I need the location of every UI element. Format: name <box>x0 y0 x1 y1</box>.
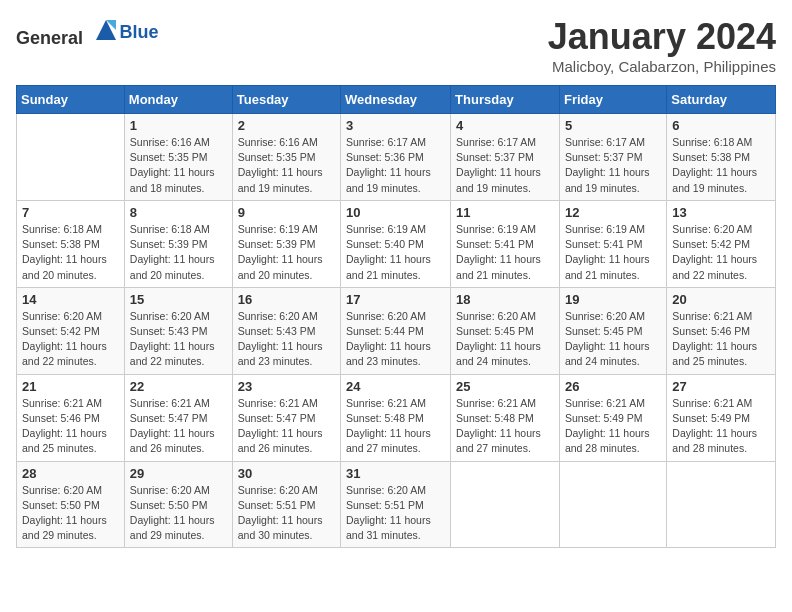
table-row: 8 Sunrise: 6:18 AMSunset: 5:39 PMDayligh… <box>124 200 232 287</box>
calendar-week-row: 21 Sunrise: 6:21 AMSunset: 5:46 PMDaylig… <box>17 374 776 461</box>
table-row: 15 Sunrise: 6:20 AMSunset: 5:43 PMDaylig… <box>124 287 232 374</box>
day-info: Sunrise: 6:20 AMSunset: 5:51 PMDaylight:… <box>346 483 445 544</box>
day-number: 21 <box>22 379 119 394</box>
table-row: 30 Sunrise: 6:20 AMSunset: 5:51 PMDaylig… <box>232 461 340 548</box>
day-info: Sunrise: 6:20 AMSunset: 5:43 PMDaylight:… <box>130 309 227 370</box>
day-number: 29 <box>130 466 227 481</box>
table-row <box>559 461 666 548</box>
col-sunday: Sunday <box>17 86 125 114</box>
day-info: Sunrise: 6:21 AMSunset: 5:48 PMDaylight:… <box>456 396 554 457</box>
day-number: 13 <box>672 205 770 220</box>
day-info: Sunrise: 6:19 AMSunset: 5:40 PMDaylight:… <box>346 222 445 283</box>
day-info: Sunrise: 6:20 AMSunset: 5:50 PMDaylight:… <box>22 483 119 544</box>
day-info: Sunrise: 6:21 AMSunset: 5:47 PMDaylight:… <box>130 396 227 457</box>
table-row: 7 Sunrise: 6:18 AMSunset: 5:38 PMDayligh… <box>17 200 125 287</box>
table-row <box>17 114 125 201</box>
col-saturday: Saturday <box>667 86 776 114</box>
day-info: Sunrise: 6:17 AMSunset: 5:37 PMDaylight:… <box>456 135 554 196</box>
day-number: 11 <box>456 205 554 220</box>
calendar-week-row: 7 Sunrise: 6:18 AMSunset: 5:38 PMDayligh… <box>17 200 776 287</box>
table-row: 22 Sunrise: 6:21 AMSunset: 5:47 PMDaylig… <box>124 374 232 461</box>
day-number: 18 <box>456 292 554 307</box>
day-number: 6 <box>672 118 770 133</box>
day-info: Sunrise: 6:21 AMSunset: 5:49 PMDaylight:… <box>672 396 770 457</box>
table-row: 1 Sunrise: 6:16 AMSunset: 5:35 PMDayligh… <box>124 114 232 201</box>
table-row: 16 Sunrise: 6:20 AMSunset: 5:43 PMDaylig… <box>232 287 340 374</box>
day-number: 22 <box>130 379 227 394</box>
table-row: 11 Sunrise: 6:19 AMSunset: 5:41 PMDaylig… <box>451 200 560 287</box>
table-row: 9 Sunrise: 6:19 AMSunset: 5:39 PMDayligh… <box>232 200 340 287</box>
table-row: 23 Sunrise: 6:21 AMSunset: 5:47 PMDaylig… <box>232 374 340 461</box>
day-info: Sunrise: 6:19 AMSunset: 5:39 PMDaylight:… <box>238 222 335 283</box>
table-row <box>667 461 776 548</box>
day-info: Sunrise: 6:18 AMSunset: 5:38 PMDaylight:… <box>22 222 119 283</box>
day-info: Sunrise: 6:16 AMSunset: 5:35 PMDaylight:… <box>130 135 227 196</box>
table-row: 4 Sunrise: 6:17 AMSunset: 5:37 PMDayligh… <box>451 114 560 201</box>
day-number: 16 <box>238 292 335 307</box>
day-info: Sunrise: 6:17 AMSunset: 5:36 PMDaylight:… <box>346 135 445 196</box>
day-number: 31 <box>346 466 445 481</box>
table-row: 13 Sunrise: 6:20 AMSunset: 5:42 PMDaylig… <box>667 200 776 287</box>
table-row: 10 Sunrise: 6:19 AMSunset: 5:40 PMDaylig… <box>341 200 451 287</box>
table-row: 12 Sunrise: 6:19 AMSunset: 5:41 PMDaylig… <box>559 200 666 287</box>
table-row: 3 Sunrise: 6:17 AMSunset: 5:36 PMDayligh… <box>341 114 451 201</box>
table-row: 25 Sunrise: 6:21 AMSunset: 5:48 PMDaylig… <box>451 374 560 461</box>
calendar-week-row: 14 Sunrise: 6:20 AMSunset: 5:42 PMDaylig… <box>17 287 776 374</box>
table-row: 24 Sunrise: 6:21 AMSunset: 5:48 PMDaylig… <box>341 374 451 461</box>
table-row: 14 Sunrise: 6:20 AMSunset: 5:42 PMDaylig… <box>17 287 125 374</box>
day-number: 23 <box>238 379 335 394</box>
table-row: 26 Sunrise: 6:21 AMSunset: 5:49 PMDaylig… <box>559 374 666 461</box>
table-row: 28 Sunrise: 6:20 AMSunset: 5:50 PMDaylig… <box>17 461 125 548</box>
day-number: 2 <box>238 118 335 133</box>
day-number: 1 <box>130 118 227 133</box>
day-number: 3 <box>346 118 445 133</box>
day-info: Sunrise: 6:20 AMSunset: 5:44 PMDaylight:… <box>346 309 445 370</box>
calendar-week-row: 1 Sunrise: 6:16 AMSunset: 5:35 PMDayligh… <box>17 114 776 201</box>
day-number: 30 <box>238 466 335 481</box>
col-monday: Monday <box>124 86 232 114</box>
day-info: Sunrise: 6:21 AMSunset: 5:49 PMDaylight:… <box>565 396 661 457</box>
day-info: Sunrise: 6:21 AMSunset: 5:46 PMDaylight:… <box>22 396 119 457</box>
table-row: 21 Sunrise: 6:21 AMSunset: 5:46 PMDaylig… <box>17 374 125 461</box>
day-number: 8 <box>130 205 227 220</box>
calendar-week-row: 28 Sunrise: 6:20 AMSunset: 5:50 PMDaylig… <box>17 461 776 548</box>
logo: General Blue <box>16 16 159 49</box>
calendar-table: Sunday Monday Tuesday Wednesday Thursday… <box>16 85 776 548</box>
day-number: 7 <box>22 205 119 220</box>
day-number: 5 <box>565 118 661 133</box>
day-info: Sunrise: 6:20 AMSunset: 5:42 PMDaylight:… <box>672 222 770 283</box>
logo-general: General <box>16 28 83 48</box>
day-info: Sunrise: 6:17 AMSunset: 5:37 PMDaylight:… <box>565 135 661 196</box>
table-row: 19 Sunrise: 6:20 AMSunset: 5:45 PMDaylig… <box>559 287 666 374</box>
day-number: 10 <box>346 205 445 220</box>
day-number: 28 <box>22 466 119 481</box>
day-number: 15 <box>130 292 227 307</box>
day-number: 12 <box>565 205 661 220</box>
day-info: Sunrise: 6:20 AMSunset: 5:42 PMDaylight:… <box>22 309 119 370</box>
page-header: General Blue January 2024 Malicboy, Cala… <box>16 16 776 75</box>
calendar-subtitle: Malicboy, Calabarzon, Philippines <box>548 58 776 75</box>
table-row: 20 Sunrise: 6:21 AMSunset: 5:46 PMDaylig… <box>667 287 776 374</box>
day-info: Sunrise: 6:21 AMSunset: 5:47 PMDaylight:… <box>238 396 335 457</box>
col-thursday: Thursday <box>451 86 560 114</box>
day-number: 19 <box>565 292 661 307</box>
col-wednesday: Wednesday <box>341 86 451 114</box>
day-info: Sunrise: 6:19 AMSunset: 5:41 PMDaylight:… <box>565 222 661 283</box>
calendar-header-row: Sunday Monday Tuesday Wednesday Thursday… <box>17 86 776 114</box>
table-row: 17 Sunrise: 6:20 AMSunset: 5:44 PMDaylig… <box>341 287 451 374</box>
table-row: 6 Sunrise: 6:18 AMSunset: 5:38 PMDayligh… <box>667 114 776 201</box>
title-block: January 2024 Malicboy, Calabarzon, Phili… <box>548 16 776 75</box>
day-number: 26 <box>565 379 661 394</box>
day-number: 27 <box>672 379 770 394</box>
day-info: Sunrise: 6:20 AMSunset: 5:45 PMDaylight:… <box>456 309 554 370</box>
day-number: 9 <box>238 205 335 220</box>
day-info: Sunrise: 6:20 AMSunset: 5:43 PMDaylight:… <box>238 309 335 370</box>
calendar-title: January 2024 <box>548 16 776 58</box>
day-info: Sunrise: 6:20 AMSunset: 5:50 PMDaylight:… <box>130 483 227 544</box>
day-info: Sunrise: 6:16 AMSunset: 5:35 PMDaylight:… <box>238 135 335 196</box>
col-tuesday: Tuesday <box>232 86 340 114</box>
table-row: 29 Sunrise: 6:20 AMSunset: 5:50 PMDaylig… <box>124 461 232 548</box>
table-row <box>451 461 560 548</box>
table-row: 31 Sunrise: 6:20 AMSunset: 5:51 PMDaylig… <box>341 461 451 548</box>
day-info: Sunrise: 6:21 AMSunset: 5:48 PMDaylight:… <box>346 396 445 457</box>
